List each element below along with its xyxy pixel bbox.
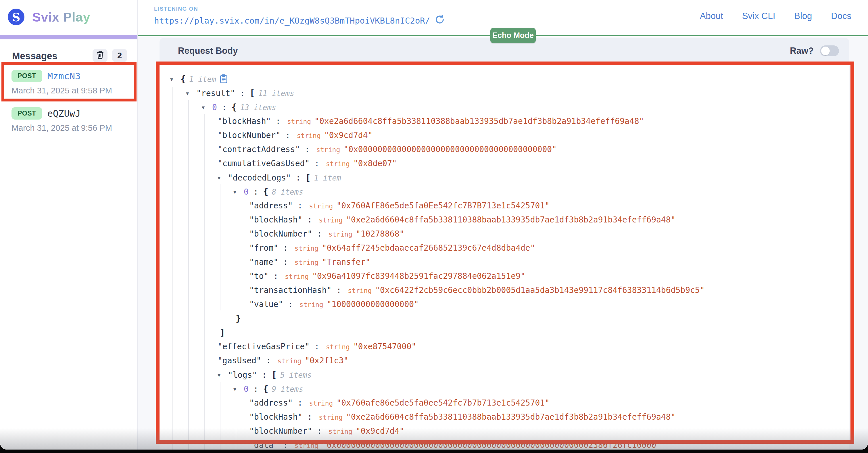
message-row: POSTeQZUwJ <box>11 107 112 120</box>
json-type-label: string <box>319 216 343 224</box>
json-bracket: { <box>181 74 186 84</box>
json-colon: : <box>269 271 283 281</box>
app-window: LISTENING ON https://play.svix.com/in/e_… <box>0 0 868 450</box>
json-key: "blockHash" <box>249 215 302 224</box>
svix-logo-icon[interactable]: S <box>8 9 25 25</box>
json-close-bracket: ] <box>220 327 225 337</box>
json-key: "from" <box>249 243 278 253</box>
app-title-word1: Svix <box>32 10 60 24</box>
json-type-label: string <box>348 287 372 294</box>
sidebar: S Svix Play Messages 2 POSTMzmcN3March 3… <box>0 0 138 450</box>
json-value: "0x96a41097fc839448b2591fac297884e062a15… <box>312 271 525 281</box>
json-line: "contractAddress" : string"0x00000000000… <box>170 142 705 156</box>
json-viewer: ▼{1 item▼"result" : [11 items▼0 : {13 it… <box>159 64 849 450</box>
nav-link-blog[interactable]: Blog <box>794 11 812 21</box>
message-timestamp: March 31, 2025 at 9:56 PM <box>11 123 112 133</box>
json-line: ▼0 : {9 items <box>170 382 705 396</box>
webhook-url-text: https://play.svix.com/in/e_KOzgW8sQ3BmTH… <box>154 16 430 26</box>
json-value: "Transfer" <box>322 257 370 267</box>
json-type-label: string <box>294 245 318 252</box>
json-line: "blockHash" : string"0xe2a6d6604c8ffa5b3… <box>170 410 705 424</box>
json-value: "0x9cd7d4" <box>324 130 373 140</box>
json-line: "data" : string"0x0000000000000000000000… <box>170 438 705 450</box>
messages-heading: Messages <box>12 51 58 61</box>
raw-toggle-group: Raw? <box>790 46 839 56</box>
json-value: "0x9cd7d4" <box>356 426 404 436</box>
json-value: "0xc6422f2cb59c6ecc0bbb2b0005d1aa5da3b14… <box>375 285 705 295</box>
json-value: "0xe2a6d6604c8ffa5b338110388baab133935db… <box>314 116 644 126</box>
collapse-toggle-icon[interactable]: ▼ <box>234 382 244 396</box>
listening-on-label: LISTENING ON <box>154 6 198 12</box>
json-value: "0x2f1c3" <box>305 356 348 365</box>
json-line: ▼{1 item <box>170 72 705 86</box>
json-line: ] <box>170 325 705 339</box>
json-key: "effectiveGasPrice" <box>218 342 310 351</box>
json-line: "value" : string"10000000000000000" <box>170 297 705 311</box>
message-id: MzmcN3 <box>48 71 81 82</box>
nav-link-about[interactable]: About <box>700 11 723 21</box>
json-value: "0x64aff7245ebdaaecaf266852139c67e4d8dba… <box>322 243 535 253</box>
json-line: ▼"decodedLogs" : [1 item <box>170 171 705 184</box>
raw-label: Raw? <box>790 46 814 56</box>
json-line: "blockNumber" : string"10278868" <box>170 227 705 241</box>
collapse-toggle-icon[interactable]: ▼ <box>234 185 244 199</box>
json-bracket: { <box>263 186 268 197</box>
json-type-label: string <box>319 414 343 421</box>
collapse-toggle-icon[interactable]: ▼ <box>218 368 228 382</box>
json-item-count: 5 items <box>280 371 312 380</box>
json-key: "transactionHash" <box>249 285 332 295</box>
json-line: "blockHash" : string"0xe2a6d6604c8ffa5b3… <box>170 213 705 227</box>
json-key: "contractAddress" <box>218 145 300 154</box>
json-value: "0x0000000000000000000000000000000000000… <box>343 145 557 154</box>
json-type-label: string <box>294 442 318 449</box>
json-colon: : <box>278 243 293 253</box>
json-key: "blockHash" <box>218 116 271 126</box>
json-value: "0xe2a6d6604c8ffa5b338110388baab133935db… <box>346 215 676 224</box>
json-bracket: { <box>231 102 237 112</box>
json-item-count: 1 item <box>314 174 341 182</box>
method-badge: POST <box>11 107 42 120</box>
json-key: "logs" <box>228 370 257 380</box>
echo-mode-badge: Echo Mode <box>490 28 536 43</box>
collapse-toggle-icon[interactable]: ▼ <box>218 171 228 185</box>
json-colon: : <box>310 342 324 351</box>
message-list-item[interactable]: POSTeQZUwJMarch 31, 2025 at 9:56 PM <box>11 107 112 133</box>
message-list-item[interactable]: POSTMzmcN3March 31, 2025 at 9:58 PM <box>11 70 112 95</box>
json-value: "0xe2a6d6604c8ffa5b338110388baab133935db… <box>346 412 676 422</box>
json-type-label: string <box>277 357 301 365</box>
nav-link-docs[interactable]: Docs <box>831 11 851 21</box>
json-colon: : <box>257 370 272 380</box>
json-line: ▼0 : {13 items <box>170 100 705 114</box>
json-colon: : <box>293 398 308 407</box>
sidebar-accent-bar <box>0 35 137 39</box>
json-line: "to" : string"0x96a41097fc839448b2591fac… <box>170 269 705 283</box>
json-key: "cumulativeGasUsed" <box>218 159 310 168</box>
collapse-toggle-icon[interactable]: ▼ <box>170 72 181 87</box>
json-colon: : <box>302 412 317 422</box>
json-key: "blockNumber" <box>249 229 312 239</box>
collapse-toggle-icon[interactable]: ▼ <box>202 100 212 115</box>
json-line: "address" : string"0x760afe86e5de5fa0ee5… <box>170 396 705 410</box>
json-colon: : <box>332 285 346 295</box>
json-line: "blockNumber" : string"0x9cd7d4" <box>170 424 705 438</box>
collapse-toggle-icon[interactable]: ▼ <box>186 87 196 100</box>
json-type-label: string <box>285 273 309 280</box>
json-type-label: string <box>287 118 311 125</box>
message-timestamp: March 31, 2025 at 9:58 PM <box>11 86 112 95</box>
nav-link-svix-cli[interactable]: Svix CLI <box>742 11 775 21</box>
raw-toggle[interactable] <box>820 46 839 56</box>
json-type-label: string <box>326 343 350 351</box>
refresh-icon[interactable] <box>435 14 445 27</box>
json-colon: : <box>235 89 250 98</box>
panel-title: Request Body <box>178 46 238 56</box>
json-key: "blockNumber" <box>249 426 312 436</box>
json-key: "to" <box>249 271 269 281</box>
app-title-word2: Play <box>63 10 91 24</box>
json-key: "result" <box>196 89 235 98</box>
clear-messages-button[interactable] <box>93 49 107 62</box>
copy-json-icon[interactable] <box>220 73 228 88</box>
json-key: "data" <box>249 440 278 450</box>
json-value: "0x0000000000000000000000000000000000000… <box>322 440 661 450</box>
method-badge: POST <box>11 70 42 82</box>
json-index: 0 <box>244 384 249 394</box>
